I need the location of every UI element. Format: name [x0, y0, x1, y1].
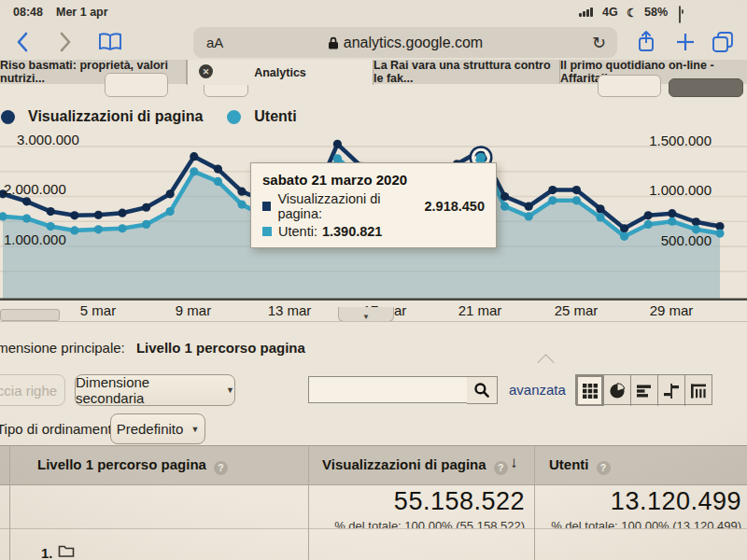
column-header-users[interactable]: Utenti?	[549, 456, 611, 475]
battery-percent: 58%	[644, 6, 668, 19]
new-tab-button[interactable]	[672, 28, 698, 56]
sort-desc-icon[interactable]: ↓	[510, 454, 518, 472]
search-icon	[473, 382, 490, 399]
search-button[interactable]	[467, 376, 498, 404]
totals-pageviews-cell: 55.158.522 % del totale: 100,00% (55.158…	[308, 487, 525, 533]
y-axis-right-label: 1.500.000	[599, 133, 712, 148]
table-view-button[interactable]	[576, 375, 603, 406]
search-input[interactable]	[308, 376, 478, 403]
comparison-view-button[interactable]	[657, 375, 684, 406]
url-field[interactable]: aA analytics.google.com ↻	[193, 27, 617, 58]
tab-title: La Rai vara una struttura contro le fak.…	[374, 59, 559, 85]
bar-chart-icon	[636, 383, 653, 399]
cutoff-control	[598, 75, 661, 97]
primary-dimension-row: Dimensione principale: Livello 1 percors…	[0, 340, 305, 356]
data-table-icon	[582, 383, 599, 399]
signal-icon	[579, 7, 593, 17]
tab-close-button[interactable]: ✕	[199, 64, 213, 78]
tooltip-row-users: Utenti: 1.390.821	[262, 224, 485, 239]
performance-view-button[interactable]	[630, 375, 657, 406]
totals-users-cell: 13.120.499 % del totale: 100,00% (13.120…	[534, 487, 741, 533]
address-text: analytics.google.com	[193, 35, 617, 51]
network-label: 4G	[602, 6, 618, 19]
forward-button[interactable]	[54, 28, 77, 56]
sort-type-label: Tipo di ordinamento:	[0, 421, 123, 437]
status-date: Mer 1 apr	[56, 6, 108, 19]
pivot-table-icon	[690, 383, 707, 399]
chart-tooltip: sabato 21 marzo 2020 Visualizzazioni di …	[250, 162, 497, 248]
table-row[interactable]: 1.	[0, 529, 747, 560]
column-header-page-path[interactable]: Livello 1 percorso pagina?	[37, 456, 228, 475]
advanced-search-link[interactable]: avanzata	[509, 382, 566, 398]
y-axis-left-label: 3.000.000	[17, 132, 79, 147]
x-axis-tick: 21 mar	[450, 302, 510, 318]
legend-dot-users	[227, 110, 241, 124]
moon-icon: ☾	[627, 6, 637, 20]
dimension-pointer	[537, 354, 554, 371]
primary-dimension-label: Dimensione principale:	[0, 340, 125, 356]
comparison-icon	[663, 383, 680, 399]
divider	[9, 446, 10, 560]
status-bar: 08:48 Mer 1 apr 4G ☾ 58%	[0, 0, 747, 24]
table-totals-row: 55.158.522 % del totale: 100,00% (55.158…	[0, 485, 747, 528]
tooltip-date: sabato 21 marzo 2020	[262, 172, 485, 188]
help-icon[interactable]: ?	[214, 461, 228, 475]
status-time: 08:48	[13, 6, 43, 19]
x-axis-tick: 13 mar	[260, 302, 319, 318]
totals-pageviews-value: 55.158.522	[308, 487, 525, 516]
chevron-down-icon: ▼	[190, 425, 199, 434]
primary-dimension-value[interactable]: Livello 1 percorso pagina	[136, 340, 305, 356]
lock-icon	[328, 36, 339, 49]
y-axis-right-label: 1.000.000	[599, 182, 712, 198]
back-button[interactable]	[11, 28, 34, 56]
chevron-down-icon: ▼	[362, 313, 370, 321]
share-button[interactable]	[633, 28, 659, 56]
divider	[308, 446, 309, 560]
table-header-row: Livello 1 percorso pagina? Visualizzazio…	[0, 446, 747, 485]
sort-type-select[interactable]: Predefinito ▼	[110, 413, 205, 444]
x-axis-tick: 29 mar	[641, 302, 701, 318]
row-index: 1.	[41, 545, 53, 560]
legend-label-pageviews[interactable]: Visualizzazioni di pagina	[28, 108, 203, 125]
chart-legend: Visualizzazioni di pagina Utenti	[0, 108, 297, 125]
reload-button[interactable]: ↻	[592, 33, 606, 53]
column-header-pageviews[interactable]: Visualizzazioni di pagina?	[322, 456, 508, 475]
tabs-overview-button[interactable]	[708, 28, 738, 56]
y-axis-right-label: 500.000	[599, 232, 712, 248]
x-axis-tick: 25 mar	[546, 302, 606, 318]
plot-rows-button[interactable]: Traccia righe	[0, 374, 65, 406]
pie-chart-icon	[609, 383, 626, 399]
y-axis-left-label: 2.000.000	[4, 181, 66, 197]
percentage-view-button[interactable]	[603, 375, 630, 406]
battery-icon	[679, 6, 681, 23]
tab-la-rai[interactable]: La Rai vara una struttura contro le fak.…	[374, 60, 560, 84]
totals-users-value: 13.120.499	[534, 487, 741, 516]
chart-scrollbar-thumb[interactable]	[0, 309, 60, 321]
tab-analytics[interactable]: ✕ Analytics	[187, 60, 374, 85]
cutoff-control	[105, 73, 168, 97]
browser-toolbar: aA analytics.google.com ↻	[0, 24, 747, 60]
ipad-screen: 08:48 Mer 1 apr 4G ☾ 58% aA analytics.go…	[0, 0, 747, 560]
collapse-chart-button[interactable]: ▼	[338, 307, 394, 322]
divider	[534, 446, 535, 560]
legend-label-users[interactable]: Utenti	[254, 108, 296, 125]
divider	[0, 321, 747, 322]
series-swatch	[262, 227, 272, 236]
tab-title: Analytics	[254, 66, 306, 79]
secondary-dimension-button[interactable]: Dimensione secondaria ▼	[75, 374, 235, 406]
cutoff-control	[669, 78, 743, 97]
view-toggle-group	[575, 374, 712, 405]
analytics-page: Visualizzazioni di pagina Utenti 3.000.0…	[0, 84, 747, 560]
x-axis-tick: 9 mar	[163, 302, 223, 318]
folder-icon	[58, 543, 75, 558]
bookmarks-icon[interactable]	[97, 28, 123, 56]
x-axis-tick: 5 mar	[68, 302, 128, 318]
series-swatch	[262, 202, 271, 211]
tooltip-row-pageviews: Visualizzazioni di pagina: 2.918.450	[262, 191, 485, 221]
pivot-view-button[interactable]	[684, 375, 712, 406]
y-axis-left-label: 1.000.000	[4, 231, 66, 247]
chevron-down-icon: ▼	[226, 385, 234, 395]
reader-button[interactable]: aA	[206, 35, 223, 50]
help-icon[interactable]: ?	[494, 461, 508, 475]
help-icon[interactable]: ?	[597, 461, 611, 475]
